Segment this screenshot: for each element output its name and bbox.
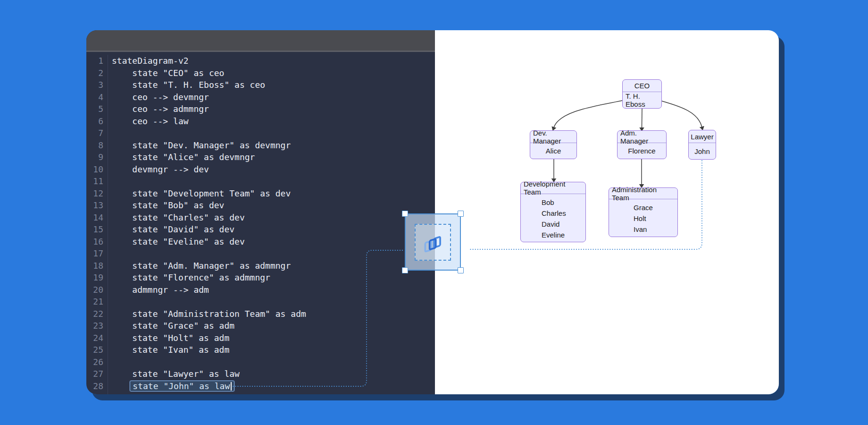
state-node-adm-team[interactable]: Administration Team Grace Holt Ivan — [609, 187, 678, 237]
node-title: CEO — [623, 80, 661, 92]
code-editor[interactable]: 1stateDiagram-v22 state "CEO" as ceo3 st… — [86, 52, 435, 394]
resize-handle-top-left[interactable] — [402, 211, 408, 217]
node-member: Florence — [618, 143, 666, 159]
node-member-list: Bob Charles David Eveline — [521, 194, 585, 242]
code-line-28[interactable]: 28 state "John" as law — [86, 380, 435, 392]
node-member: Alice — [530, 143, 576, 159]
code-line-13[interactable]: 13 state "Bob" as dev — [86, 199, 435, 212]
line-number: 25 — [86, 344, 108, 356]
code-text: state "Eveline" as dev — [112, 236, 245, 248]
line-number: 17 — [86, 247, 108, 260]
code-line-22[interactable]: 22 state "Administration Team" as adm — [86, 308, 435, 320]
code-line-17[interactable]: 17 — [86, 247, 435, 260]
code-lines: 1stateDiagram-v22 state "CEO" as ceo3 st… — [86, 55, 435, 394]
diagram-edges — [435, 30, 779, 394]
line-number: 27 — [86, 368, 108, 380]
line-number: 29 — [86, 392, 108, 394]
line-number: 20 — [86, 284, 108, 296]
resize-handle-bottom-left[interactable] — [402, 267, 408, 273]
code-line-29[interactable]: 29 — [86, 392, 435, 394]
code-line-10[interactable]: 10 devmngr --> dev — [86, 163, 435, 176]
code-line-26[interactable]: 26 — [86, 356, 435, 368]
diagram-preview-pane: CEO T. H. Eboss Dev. Manager Alice Adm. … — [435, 30, 779, 394]
state-node-law[interactable]: Lawyer John — [688, 130, 716, 160]
node-title: Dev. Manager — [530, 131, 576, 143]
code-text: state "Development Team" as dev — [112, 187, 291, 200]
code-line-27[interactable]: 27 state "Lawyer" as law — [86, 368, 435, 380]
node-title: Adm. Manager — [618, 131, 666, 143]
state-node-dev-team[interactable]: Development Team Bob Charles David Eveli… — [520, 182, 586, 242]
line-number: 1 — [86, 55, 108, 67]
node-member: Eveline — [542, 230, 585, 240]
node-member: Charles — [542, 208, 585, 219]
state-node-admmngr[interactable]: Adm. Manager Florence — [617, 130, 667, 159]
code-line-3[interactable]: 3 state "T. H. Eboss" as ceo — [86, 79, 435, 91]
node-member-list: Grace Holt Ivan — [609, 199, 677, 237]
line-number: 26 — [86, 356, 108, 368]
code-text: state "Bob" as dev — [112, 199, 224, 212]
line-number: 11 — [86, 175, 108, 187]
code-text: state "John" as law — [112, 380, 234, 392]
code-line-6[interactable]: 6 ceo --> law — [86, 115, 435, 128]
code-text: ceo --> devmngr — [112, 91, 209, 103]
code-text: state "CEO" as ceo — [112, 67, 224, 79]
line-number: 8 — [86, 139, 108, 152]
line-number: 24 — [86, 332, 108, 344]
node-member: Bob — [542, 197, 585, 208]
code-text: state "T. H. Eboss" as ceo — [112, 79, 265, 91]
code-text: state "Lawyer" as law — [112, 368, 240, 380]
edge-ceo-devmngr — [554, 101, 622, 128]
logo-selection-box[interactable] — [405, 213, 461, 271]
line-number: 15 — [86, 223, 108, 236]
state-node-ceo[interactable]: CEO T. H. Eboss — [622, 79, 662, 109]
line-number: 5 — [86, 103, 108, 115]
code-line-21[interactable]: 21 — [86, 296, 435, 308]
code-line-7[interactable]: 7 — [86, 127, 435, 139]
code-line-5[interactable]: 5 ceo --> admmngr — [86, 103, 435, 115]
edge-ceo-law — [662, 101, 702, 127]
code-line-16[interactable]: 16 state "Eveline" as dev — [86, 236, 435, 248]
code-line-14[interactable]: 14 state "Charles" as dev — [86, 212, 435, 224]
code-line-8[interactable]: 8 state "Dev. Manager" as devmngr — [86, 139, 435, 152]
code-line-15[interactable]: 15 state "David" as dev — [86, 223, 435, 236]
code-line-9[interactable]: 9 state "Alice" as devmngr — [86, 151, 435, 163]
node-title: Administration Team — [609, 188, 677, 199]
code-line-12[interactable]: 12 state "Development Team" as dev — [86, 187, 435, 200]
line-number: 19 — [86, 272, 108, 284]
code-text: ceo --> admmngr — [112, 103, 209, 115]
line-number: 12 — [86, 187, 108, 200]
selected-code-chunk[interactable]: state "John" as law — [130, 381, 234, 391]
code-text: devmngr --> dev — [112, 163, 209, 176]
code-line-4[interactable]: 4 ceo --> devmngr — [86, 91, 435, 103]
code-text: state "Adm. Manager" as admmngr — [112, 260, 291, 272]
resize-handle-top-right[interactable] — [458, 211, 464, 217]
state-node-devmngr[interactable]: Dev. Manager Alice — [530, 130, 577, 159]
node-member: Ivan — [634, 224, 677, 235]
node-member: John — [689, 143, 716, 159]
code-line-1[interactable]: 1stateDiagram-v2 — [86, 55, 435, 67]
code-line-25[interactable]: 25 state "Ivan" as adm — [86, 344, 435, 356]
resize-handle-bottom-right[interactable] — [458, 267, 464, 273]
code-line-24[interactable]: 24 state "Holt" as adm — [86, 332, 435, 344]
node-member: Holt — [634, 213, 677, 224]
code-line-23[interactable]: 23 state "Grace" as adm — [86, 320, 435, 332]
line-number: 6 — [86, 115, 108, 128]
editor-title-bar[interactable] — [86, 30, 435, 52]
mermaid-chart-logo-icon — [421, 230, 445, 254]
code-text: state "Alice" as devmngr — [112, 151, 255, 163]
edge-ceo-admmngr — [642, 109, 643, 128]
code-text: state "Administration Team" as adm — [112, 308, 306, 320]
code-line-20[interactable]: 20 admmngr --> adm — [86, 284, 435, 296]
line-number: 3 — [86, 79, 108, 91]
line-number: 18 — [86, 260, 108, 272]
line-number: 28 — [86, 380, 108, 392]
line-number: 9 — [86, 151, 108, 163]
code-line-2[interactable]: 2 state "CEO" as ceo — [86, 67, 435, 79]
code-editor-pane: 1stateDiagram-v22 state "CEO" as ceo3 st… — [86, 30, 435, 394]
code-line-19[interactable]: 19 state "Florence" as admmngr — [86, 272, 435, 284]
line-number: 16 — [86, 236, 108, 248]
line-number: 2 — [86, 67, 108, 79]
code-line-11[interactable]: 11 — [86, 175, 435, 187]
code-text: state "Grace" as adm — [112, 320, 234, 332]
code-line-18[interactable]: 18 state "Adm. Manager" as admmngr — [86, 260, 435, 272]
